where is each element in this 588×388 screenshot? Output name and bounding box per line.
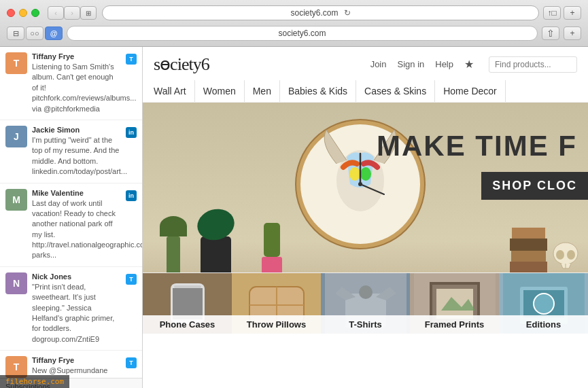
nav-item-home-decor[interactable]: Home Decor [435, 80, 506, 102]
feed-content: Nick Jones "Print isn't dead, sweetheart… [32, 272, 121, 345]
bookmark-icon[interactable]: ★ [464, 58, 478, 71]
reload-button[interactable]: ↻ [344, 8, 351, 18]
back-button[interactable]: ‹ [48, 6, 64, 20]
feed-text: Listening to Sam Smith's album. Can't ge… [32, 62, 121, 114]
add-button[interactable]: + [564, 27, 581, 40]
site-nav: Wall ArtWomenMenBabies & KidsCases & Ski… [154, 80, 577, 102]
hero-title: MAKE TIME F [377, 123, 588, 169]
nav-item-women[interactable]: Women [195, 80, 245, 102]
site-header-top: sɵciety6 Join Sign in Help ★ [154, 47, 577, 80]
svg-point-29 [534, 294, 554, 314]
sidebar-icons: ⊟ ○○ @ [7, 27, 63, 40]
avatar-initial: N [5, 272, 27, 294]
watermark-prefix: file [5, 377, 24, 386]
tab-bar: ⊟ ○○ @ society6.com ⇧ + [7, 26, 581, 46]
category-item-editions[interactable]: Editions [499, 273, 588, 334]
social-icon[interactable]: @ [45, 27, 63, 40]
social-badge-twitter: T [126, 357, 137, 368]
category-label-framed-prints: Framed Prints [410, 315, 499, 334]
bookmarks-icon[interactable]: ⊟ [7, 27, 24, 40]
search-input[interactable] [489, 56, 577, 73]
browser-content: T Tiffany Frye Listening to Sam Smith's … [0, 47, 588, 388]
svg-point-9 [556, 250, 564, 260]
social-badge-twitter: T [126, 274, 137, 285]
feed-text: I'm putting "weird" at the top of my res… [32, 135, 121, 177]
svg-point-10 [567, 250, 575, 260]
feed-container: T Tiffany Frye Listening to Sam Smith's … [0, 47, 142, 388]
tab-address[interactable]: society6.com [67, 26, 538, 41]
feed-item: J Jackie Simon I'm putting "weird" at th… [0, 120, 142, 183]
svg-point-4 [360, 167, 371, 181]
share-button[interactable]: ↑□ [543, 6, 561, 20]
skull-decoration [551, 240, 581, 274]
feed-item: N Nick Jones "Print isn't dead, sweethea… [0, 267, 142, 351]
category-item-framed-prints[interactable]: Framed Prints [410, 273, 499, 334]
cactus [258, 219, 286, 274]
forward-button[interactable]: › [64, 6, 80, 20]
nav-item-men[interactable]: Men [245, 80, 280, 102]
social-badge-twitter: T [126, 54, 137, 65]
help-link[interactable]: Help [435, 59, 453, 69]
feed-name: Tiffany Frye [32, 52, 121, 60]
nav-item-wall-art[interactable]: Wall Art [154, 80, 195, 102]
new-tab-button[interactable]: + [564, 6, 581, 20]
category-label-editions: Editions [499, 315, 588, 334]
sign-in-link[interactable]: Sign in [398, 59, 425, 69]
close-button[interactable] [7, 9, 15, 17]
address-bar[interactable]: society6.com ↻ [102, 5, 539, 20]
titlebar: ‹ › ⊞ society6.com ↻ ↑□ + [7, 5, 581, 20]
watermark: filehorse.com [0, 375, 69, 388]
svg-point-3 [349, 167, 360, 181]
avatar-initial: M [5, 189, 27, 211]
url-text: society6.com [290, 8, 338, 18]
category-item-phone-cases[interactable]: Phone Cases [143, 273, 232, 334]
dark-vase [197, 213, 235, 274]
svg-point-22 [359, 285, 373, 299]
feed-content: Jackie Simon I'm putting "weird" at the … [32, 126, 121, 177]
traffic-lights [7, 9, 39, 17]
site-header: sɵciety6 Join Sign in Help ★ Wall ArtWom… [143, 47, 588, 103]
feed-content: Tiffany Frye Listening to Sam Smith's al… [32, 52, 121, 114]
website-content: sɵciety6 Join Sign in Help ★ Wall ArtWom… [143, 47, 588, 388]
avatar: M [5, 189, 27, 211]
feed-item: M Mike Valentine Last day of work until … [0, 183, 142, 267]
feed-content: Mike Valentine Last day of work until va… [32, 189, 121, 261]
tab-view-button[interactable]: ⊞ [80, 6, 97, 20]
feed-item: T Tiffany Frye Listening to Sam Smith's … [0, 47, 142, 120]
avatar: N [5, 272, 27, 294]
social-badge-linkedin: in [126, 127, 137, 138]
feed-name: Mike Valentine [32, 189, 121, 197]
maximize-button[interactable] [31, 9, 39, 17]
browser-chrome: ‹ › ⊞ society6.com ↻ ↑□ + ⊟ ○○ @ society… [0, 0, 588, 47]
social-sidebar: T Tiffany Frye Listening to Sam Smith's … [0, 47, 143, 388]
nav-item-babies-kids[interactable]: Babies & Kids [280, 80, 356, 102]
category-label-throw-pillows: Throw Pillows [232, 315, 321, 334]
category-item-t-shirts[interactable]: T-Shirts [321, 273, 410, 334]
join-link[interactable]: Join [370, 59, 387, 69]
nav-item-cases-skins[interactable]: Cases & Skins [356, 80, 435, 102]
feed-text: Last day of work until vacation! Ready t… [32, 198, 121, 261]
site-logo: sɵciety6 [154, 54, 209, 75]
tall-plant [156, 219, 190, 274]
feed-name: Nick Jones [32, 272, 121, 281]
books [510, 226, 547, 274]
category-item-throw-pillows[interactable]: Throw Pillows [232, 273, 321, 334]
category-bar: Phone Cases Throw Pillows T-Shirts Frame… [143, 272, 588, 334]
reading-list-icon[interactable]: ○○ [26, 27, 44, 40]
header-links: Join Sign in Help ★ [370, 56, 577, 73]
svg-rect-15 [174, 285, 201, 288]
category-label-phone-cases: Phone Cases [143, 315, 232, 334]
hero-text-overlay: MAKE TIME F SHOP CLOC [377, 123, 588, 200]
feed-name: Jackie Simon [32, 126, 121, 134]
avatar-initial: T [5, 52, 27, 74]
svg-point-7 [358, 182, 362, 186]
watermark-suffix: .com [46, 377, 65, 386]
avatar-initial: J [5, 126, 27, 147]
social-badge-linkedin: in [126, 190, 137, 201]
hero-cta-button[interactable]: SHOP CLOC [481, 172, 588, 200]
watermark-highlight: horse [24, 377, 46, 386]
feed-text: "Print isn't dead, sweetheart. It's just… [32, 282, 121, 345]
minimize-button[interactable] [19, 9, 27, 17]
upload-button[interactable]: ⇧ [542, 27, 559, 40]
hero-banner: MAKE TIME F SHOP CLOC Phone Cases Throw … [143, 103, 588, 334]
